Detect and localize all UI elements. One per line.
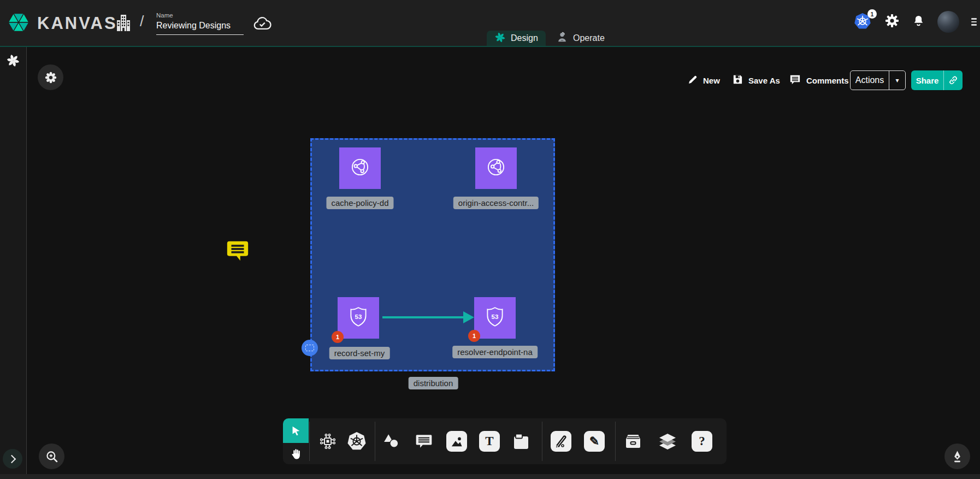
cloudfront-globe-icon <box>483 155 509 182</box>
help-tool-button[interactable]: ? <box>691 430 713 452</box>
drawer-tool-button[interactable] <box>622 430 644 452</box>
comments-button[interactable]: Comments <box>789 70 849 90</box>
dock-divider <box>615 422 616 461</box>
zoom-in-button[interactable] <box>39 443 64 469</box>
shapes-tool-button[interactable] <box>380 430 402 452</box>
kanvas-logo-text: KANVAS <box>37 14 117 33</box>
select-tool-button[interactable] <box>283 418 309 443</box>
node-label-cache-policy[interactable]: cache-policy-dd <box>326 197 393 209</box>
share-link-icon[interactable] <box>943 70 963 90</box>
bottom-tool-dock: T ✎ <box>283 418 727 464</box>
image-icon <box>446 431 467 452</box>
layers-icon <box>658 433 677 451</box>
kubernetes-tool-button[interactable] <box>346 430 368 452</box>
comment-tool-button[interactable] <box>413 430 435 452</box>
pen-path-icon <box>551 431 571 452</box>
route53-shield-icon: 53 <box>346 304 371 332</box>
text-icon: T <box>479 431 500 452</box>
new-pencil-icon <box>687 74 698 87</box>
kanvas-app: KANVAS / <box>0 0 980 479</box>
meshery-spiral-icon[interactable] <box>6 54 20 70</box>
tab-operate[interactable]: Operate <box>548 31 612 46</box>
image-tool-button[interactable] <box>446 430 468 452</box>
pencil-scribble-icon: ✎ <box>584 431 605 452</box>
dock-divider <box>542 422 542 461</box>
node-resolver-endpoint[interactable]: 53 <box>474 297 516 339</box>
svg-text:53: 53 <box>492 314 499 320</box>
settings-gear-icon[interactable] <box>884 13 900 31</box>
kubernetes-context-icon[interactable]: 1 <box>854 13 872 31</box>
comments-icon <box>789 73 801 87</box>
group-label-distribution[interactable]: distribution <box>409 377 458 389</box>
shapes-icon <box>382 433 400 450</box>
app-header: KANVAS / <box>0 0 980 46</box>
node-record-set[interactable]: 53 <box>338 297 379 339</box>
canvas-comment-marker[interactable] <box>225 238 250 267</box>
share-button[interactable]: Share <box>911 70 963 90</box>
text-tool-button[interactable]: T <box>479 430 500 452</box>
header-right-icons: 1 <box>854 11 972 33</box>
help-icon: ? <box>692 431 712 452</box>
hand-icon <box>290 447 303 460</box>
header-divider <box>0 46 980 47</box>
freehand-tool-button[interactable]: ✎ <box>583 430 605 452</box>
node-cache-policy[interactable] <box>339 147 381 189</box>
route53-shield-icon: 53 <box>482 304 507 332</box>
operate-tab-label: Operate <box>573 33 605 43</box>
save-floppy-icon <box>732 74 743 87</box>
design-tab-icon <box>494 32 506 45</box>
node-origin-access-control[interactable] <box>475 147 517 189</box>
comment-icon <box>415 433 433 450</box>
chip-icon <box>318 431 338 451</box>
menu-icon-partial[interactable] <box>971 18 977 25</box>
note-tool-button[interactable] <box>510 430 532 452</box>
tab-design[interactable]: Design <box>487 31 546 46</box>
expand-sidebar-button[interactable] <box>3 449 22 469</box>
edge-arrowhead <box>463 311 474 323</box>
actions-dropdown-button[interactable]: Actions ▾ <box>850 70 906 90</box>
notifications-bell-icon[interactable] <box>912 14 925 30</box>
share-label: Share <box>911 76 943 85</box>
node-label-record-set[interactable]: record-set-my <box>329 347 390 359</box>
user-avatar[interactable] <box>937 11 959 33</box>
design-name-label: Name <box>156 12 244 19</box>
layers-tool-button[interactable] <box>657 430 678 452</box>
node-badge-record-set[interactable]: 1 <box>332 331 344 343</box>
kubernetes-context-badge: 1 <box>867 9 877 19</box>
left-sidebar <box>0 47 27 474</box>
node-label-origin-access-control[interactable]: origin-access-contr... <box>453 197 539 209</box>
dock-divider <box>375 422 375 461</box>
node-label-resolver-endpoint[interactable]: resolver-endpoint-na <box>452 346 538 358</box>
components-flower-button[interactable] <box>38 64 63 90</box>
sticky-note-icon <box>512 432 530 451</box>
design-tab-label: Design <box>511 33 538 43</box>
bottom-edge-strip <box>0 474 980 479</box>
breadcrumb-separator: / <box>140 13 144 30</box>
new-label: New <box>703 76 720 85</box>
cursor-icon <box>290 425 302 437</box>
node-badge-resolver-endpoint[interactable]: 1 <box>468 330 480 342</box>
chevron-right-icon <box>8 454 16 463</box>
svg-text:53: 53 <box>355 314 362 320</box>
kanvas-logo[interactable]: KANVAS <box>7 11 117 36</box>
actions-caret[interactable]: ▾ <box>889 71 905 90</box>
dock-divider <box>309 422 310 461</box>
save-as-label: Save As <box>748 76 780 85</box>
design-name-input[interactable]: Reviewing Designs <box>156 21 244 35</box>
pen-mode-button[interactable] <box>944 443 970 469</box>
operate-tab-icon <box>556 31 568 45</box>
new-button[interactable]: New <box>687 70 720 90</box>
organization-icon[interactable] <box>115 13 132 35</box>
save-as-button[interactable]: Save As <box>732 70 780 90</box>
integrations-tool-button[interactable] <box>317 430 339 452</box>
drawer-icon <box>623 433 643 450</box>
actions-label: Actions <box>851 75 889 85</box>
pen-tool-button[interactable] <box>550 430 572 452</box>
cloudfront-globe-icon <box>347 155 373 182</box>
comments-label: Comments <box>806 76 849 85</box>
cloud-saved-icon <box>252 15 273 33</box>
group-selection-handle[interactable] <box>302 340 318 356</box>
edge-record-set-to-resolver[interactable] <box>382 316 464 318</box>
kubernetes-icon <box>347 431 367 451</box>
pan-tool-button[interactable] <box>283 443 309 464</box>
